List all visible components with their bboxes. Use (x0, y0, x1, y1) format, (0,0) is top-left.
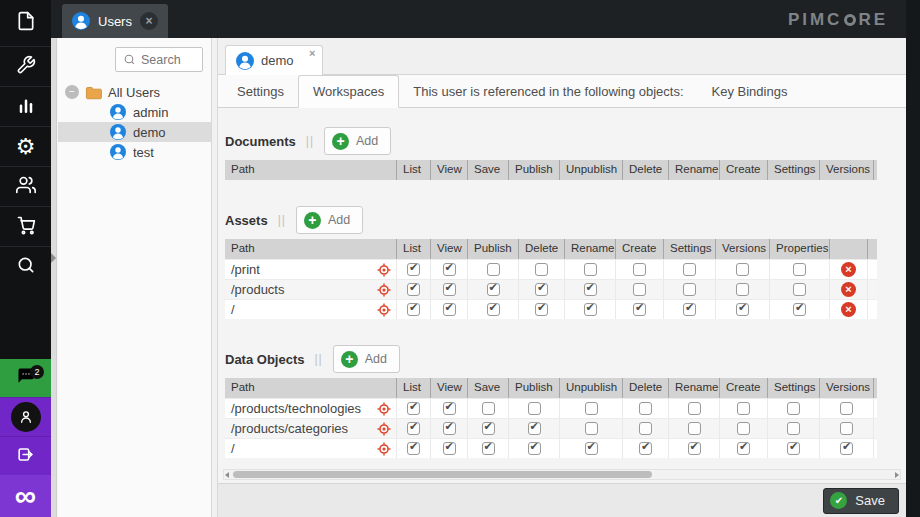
permission-checkbox-delete[interactable] (639, 442, 652, 455)
column-header-view[interactable]: View (431, 160, 468, 180)
target-icon[interactable] (377, 422, 391, 436)
logout-button[interactable] (0, 436, 51, 475)
permission-checkbox-save[interactable] (482, 442, 495, 455)
notifications-button[interactable]: 2 (0, 359, 51, 397)
column-header-rename[interactable]: Rename (669, 378, 720, 398)
panel-splitter[interactable] (211, 38, 218, 517)
permission-checkbox-settings[interactable] (787, 422, 800, 435)
scroll-right-icon[interactable] (895, 472, 899, 478)
permission-checkbox-delete[interactable] (535, 303, 548, 316)
target-icon[interactable] (377, 283, 391, 297)
column-header-delete[interactable]: Delete (623, 378, 669, 398)
permission-checkbox-properties[interactable] (793, 303, 806, 316)
close-icon[interactable]: × (309, 47, 315, 59)
remove-row-button[interactable]: × (841, 302, 856, 317)
column-header-versions[interactable]: Versions (820, 160, 874, 180)
permission-checkbox-view[interactable] (443, 283, 456, 296)
permission-checkbox-unpublish[interactable] (585, 422, 598, 435)
column-header-path[interactable]: Path (225, 239, 397, 259)
add-workspace-button[interactable]: +Add (324, 127, 391, 155)
permission-checkbox-publish[interactable] (528, 422, 541, 435)
column-header-list[interactable]: List (397, 239, 431, 259)
search-rail-button[interactable] (0, 246, 51, 286)
permission-checkbox-list[interactable] (407, 402, 420, 415)
tab-workspaces[interactable]: Workspaces (298, 75, 399, 108)
permission-checkbox-rename[interactable] (688, 442, 701, 455)
permission-checkbox-create[interactable] (633, 263, 646, 276)
permission-checkbox-rename[interactable] (584, 303, 597, 316)
documents-rail-button[interactable] (0, 0, 51, 46)
permission-checkbox-view[interactable] (443, 402, 456, 415)
permission-checkbox-settings[interactable] (683, 263, 696, 276)
permission-checkbox-publish[interactable] (487, 303, 500, 316)
column-header-view[interactable]: View (431, 378, 468, 398)
column-header-create[interactable]: Create (720, 378, 768, 398)
permission-checkbox-versions[interactable] (840, 422, 853, 435)
permission-checkbox-versions[interactable] (840, 442, 853, 455)
column-header-save[interactable]: Save (468, 378, 509, 398)
settings-rail-button[interactable]: ⚙ (0, 126, 51, 166)
permission-checkbox-view[interactable] (443, 303, 456, 316)
column-header-save[interactable]: Save (468, 160, 509, 180)
column-header-publish[interactable]: Publish (468, 239, 519, 259)
permission-checkbox-publish[interactable] (487, 263, 500, 276)
target-icon[interactable] (377, 442, 391, 456)
tree-node-all-users[interactable]: − All Users (58, 82, 211, 102)
permission-checkbox-versions[interactable] (840, 402, 853, 415)
remove-row-button[interactable]: × (841, 262, 856, 277)
target-icon[interactable] (377, 303, 391, 317)
permission-checkbox-delete[interactable] (639, 422, 652, 435)
permission-checkbox-unpublish[interactable] (585, 402, 598, 415)
remove-row-button[interactable]: × (841, 282, 856, 297)
search-input[interactable] (141, 53, 199, 67)
column-header-delete[interactable]: Delete (519, 239, 565, 259)
permission-checkbox-list[interactable] (407, 422, 420, 435)
permission-checkbox-delete[interactable] (535, 283, 548, 296)
close-icon[interactable]: × (140, 12, 158, 30)
permission-checkbox-view[interactable] (443, 263, 456, 276)
permission-checkbox-settings[interactable] (683, 283, 696, 296)
column-header-settings[interactable]: Settings (768, 378, 820, 398)
permission-checkbox-save[interactable] (482, 402, 495, 415)
target-icon[interactable] (377, 263, 391, 277)
tree-search-box[interactable] (115, 47, 203, 72)
permission-checkbox-rename[interactable] (584, 283, 597, 296)
collapse-minus-icon[interactable]: − (65, 85, 79, 99)
permission-checkbox-rename[interactable] (584, 263, 597, 276)
column-header-delete[interactable]: Delete (623, 160, 669, 180)
column-header-path[interactable]: Path (225, 160, 397, 180)
permission-checkbox-create[interactable] (633, 283, 646, 296)
tab-references[interactable]: This user is referenced in the following… (399, 75, 697, 107)
permission-checkbox-publish[interactable] (528, 402, 541, 415)
users-window-tab[interactable]: Users × (62, 4, 168, 38)
column-header-create[interactable]: Create (720, 160, 768, 180)
permission-checkbox-versions[interactable] (736, 283, 749, 296)
permission-checkbox-rename[interactable] (688, 422, 701, 435)
column-header-settings[interactable]: Settings (664, 239, 716, 259)
permission-checkbox-create[interactable] (737, 402, 750, 415)
horizontal-scrollbar[interactable] (223, 469, 901, 480)
permission-checkbox-unpublish[interactable] (585, 442, 598, 455)
column-header-properties[interactable]: Properties (770, 239, 830, 259)
permission-checkbox-list[interactable] (407, 442, 420, 455)
permission-checkbox-versions[interactable] (736, 263, 749, 276)
column-header-rename[interactable]: Rename (565, 239, 616, 259)
scrollbar-thumb[interactable] (233, 471, 652, 478)
permission-checkbox-save[interactable] (482, 422, 495, 435)
permission-checkbox-settings[interactable] (787, 402, 800, 415)
scroll-left-icon[interactable] (225, 472, 229, 478)
permission-checkbox-view[interactable] (443, 442, 456, 455)
permission-checkbox-create[interactable] (737, 422, 750, 435)
permission-checkbox-create[interactable] (737, 442, 750, 455)
permission-checkbox-list[interactable] (407, 303, 420, 316)
add-workspace-button[interactable]: +Add (296, 206, 363, 234)
column-header-view[interactable]: View (431, 239, 468, 259)
permission-checkbox-view[interactable] (443, 422, 456, 435)
permission-checkbox-delete[interactable] (639, 402, 652, 415)
demo-user-tab[interactable]: demo × (225, 45, 323, 75)
permission-checkbox-publish[interactable] (528, 442, 541, 455)
column-header-settings[interactable]: Settings (768, 160, 820, 180)
tab-key-bindings[interactable]: Key Bindings (698, 75, 802, 107)
column-header-unpublish[interactable]: Unpublish (560, 378, 623, 398)
permission-checkbox-properties[interactable] (793, 283, 806, 296)
